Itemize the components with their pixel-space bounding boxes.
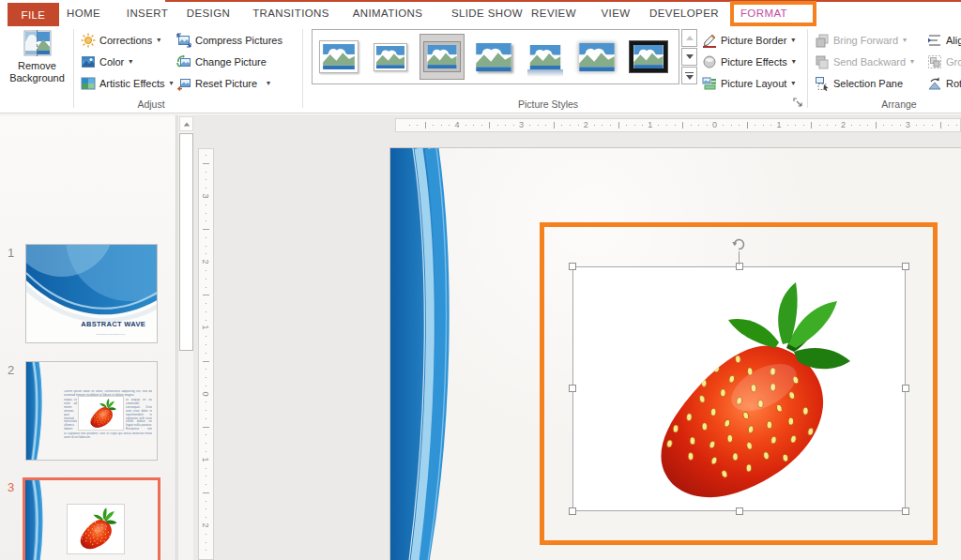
ruler-number: 2 xyxy=(584,120,588,129)
ruler-tick xyxy=(206,311,206,312)
change-picture-button[interactable]: Change Picture xyxy=(176,53,267,70)
wave-band-art xyxy=(25,480,44,560)
picture-style-2[interactable] xyxy=(368,34,413,80)
ruler-tick xyxy=(529,125,530,126)
group-icon xyxy=(927,54,942,69)
picture-styles-gallery[interactable] xyxy=(312,29,679,84)
ruler-tick xyxy=(811,122,812,129)
ruler-tick xyxy=(206,418,206,419)
ruler-tick xyxy=(206,534,206,535)
tab-animations[interactable]: ANIMATIONS xyxy=(353,0,423,26)
tab-home[interactable]: HOME xyxy=(67,0,100,26)
dropdown-caret: ▾ xyxy=(791,79,795,87)
picture-style-5[interactable] xyxy=(523,34,568,80)
slide-thumbnail-2[interactable]: Lorem ipsum dolor sit amet, consectetur … xyxy=(25,361,158,461)
picture-style-7[interactable] xyxy=(626,34,671,80)
ruler-number: 4 xyxy=(454,120,459,129)
gallery-scroll-up-button[interactable] xyxy=(681,29,697,47)
tab-transitions[interactable]: TRANSITIONS xyxy=(252,0,329,26)
ruler-number: 3 xyxy=(519,120,524,129)
ruler-tick xyxy=(626,125,627,126)
ruler-number: 1 xyxy=(648,120,652,129)
picture-border-button[interactable]: Picture Border▾ xyxy=(702,31,795,49)
workspace: 1 ABSTRACT WAVE templates.presentation.c… xyxy=(0,114,961,560)
ruler-tick xyxy=(642,125,643,126)
tab-review[interactable]: REVIEW xyxy=(531,0,576,26)
ruler-tick xyxy=(206,451,206,452)
slide-thumbnail-3-selected[interactable] xyxy=(23,477,160,560)
remove-background-button[interactable]: Remove Background xyxy=(4,28,70,98)
ruler-number: 1 xyxy=(776,120,781,129)
ruler-tick xyxy=(206,434,206,435)
ruler-tick xyxy=(465,125,466,126)
picture-effects-button[interactable]: Picture Effects▾ xyxy=(702,53,796,70)
ruler-tick xyxy=(497,125,498,126)
gallery-scroll-down-button[interactable] xyxy=(681,48,697,66)
picture-style-3-selected[interactable] xyxy=(419,34,465,80)
thumb2-text: aliqua. Ut enim ad minim veniam, quis no… xyxy=(64,399,77,431)
compress-pictures-button[interactable]: Compress Pictures xyxy=(176,31,282,49)
ruler-tick xyxy=(206,155,206,156)
ruler-tick xyxy=(827,125,828,126)
tab-design[interactable]: DESIGN xyxy=(187,0,231,26)
reset-picture-button[interactable]: Reset Picture▾ xyxy=(176,74,270,92)
dropdown-caret: ▾ xyxy=(791,36,795,44)
gallery-more-button[interactable] xyxy=(681,67,697,84)
group-button[interactable]: Group xyxy=(927,53,961,70)
selection-pane-button[interactable]: Selection Pane xyxy=(815,74,903,92)
slide1-title: ABSTRACT WAVE xyxy=(81,320,145,328)
slide-thumbnail-1[interactable]: ABSTRACT WAVE templates.presentation.com xyxy=(25,244,158,343)
ruler-tick xyxy=(747,122,748,129)
send-backward-button[interactable]: Send Backward▾ xyxy=(815,53,914,70)
ruler-tick xyxy=(206,336,206,337)
picture-styles-dialog-launcher[interactable] xyxy=(793,98,804,109)
tab-view[interactable]: VIEW xyxy=(602,0,631,26)
tab-file[interactable]: FILE xyxy=(8,3,59,26)
artistic-effects-button[interactable]: Artistic Effects▾ xyxy=(81,74,174,92)
divider xyxy=(73,29,74,108)
corrections-button[interactable]: Corrections▾ xyxy=(81,31,160,49)
picture-layout-button[interactable]: Picture Layout▾ xyxy=(702,74,795,92)
picture-style-6[interactable] xyxy=(574,34,619,80)
ruler-number: 0 xyxy=(712,120,717,129)
ruler-tick xyxy=(433,125,434,126)
align-button[interactable]: Align xyxy=(927,31,961,49)
ruler-tick xyxy=(206,179,206,180)
ruler-tick xyxy=(206,353,206,354)
tab-slide-show[interactable]: SLIDE SHOW xyxy=(451,0,523,26)
ruler-tick xyxy=(206,508,206,509)
ruler-tick xyxy=(206,443,206,444)
ruler-tick xyxy=(409,125,410,126)
ruler-tick xyxy=(206,501,206,502)
ruler-tick xyxy=(682,122,683,129)
picture-styles-group-label: Picture Styles xyxy=(518,98,578,110)
ruler-tick xyxy=(860,125,861,126)
slide-number-selected: 3 xyxy=(8,480,23,494)
tab-insert[interactable]: INSERT xyxy=(127,0,168,26)
color-button[interactable]: Color▾ xyxy=(81,53,132,70)
ruler-tick xyxy=(206,172,206,173)
scrollbar-thumb[interactable] xyxy=(179,133,193,351)
ruler-tick xyxy=(206,279,206,280)
ruler-tick xyxy=(698,125,699,126)
tab-developer[interactable]: DEVELOPER xyxy=(649,0,719,26)
reset-picture-icon xyxy=(176,76,191,91)
ruler-tick xyxy=(851,125,852,126)
ruler-tick xyxy=(441,125,442,126)
horizontal-ruler: 43210123 xyxy=(395,118,961,132)
ruler-tick xyxy=(876,122,877,129)
slide-thumbnail-panel: 1 ABSTRACT WAVE templates.presentation.c… xyxy=(0,115,176,560)
ruler-tick xyxy=(206,270,206,271)
ruler-tick xyxy=(206,188,206,189)
scrollbar-up-button[interactable] xyxy=(179,116,193,131)
ruler-tick xyxy=(883,125,884,126)
ruler-tick xyxy=(675,125,676,126)
picture-style-4[interactable] xyxy=(471,34,516,80)
picture-style-1[interactable] xyxy=(316,34,361,80)
bring-forward-button[interactable]: Bring Forward▾ xyxy=(815,31,907,49)
ruler-tick xyxy=(206,320,206,321)
thumbnail-panel-scrollbar[interactable] xyxy=(177,115,193,560)
ruler-tick xyxy=(425,122,426,129)
change-picture-icon xyxy=(176,54,191,69)
rotate-button[interactable]: Rotate xyxy=(927,74,961,92)
